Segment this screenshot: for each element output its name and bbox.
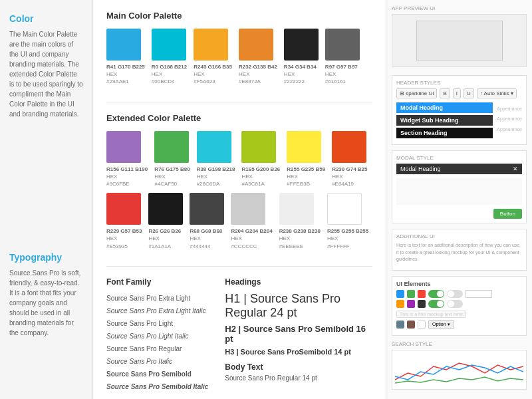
color-swatch-main-color-row-4: R34 G34 B34HEX#222222 [284,29,319,86]
headings-col: Headings H1 | Source Sans Pro Regular 24… [225,277,372,393]
headings-title: Headings [225,277,372,287]
heading-blue: Modal Heading [396,102,493,113]
hs-bold-btn[interactable]: B [440,88,450,98]
color-swatch-extended-color-row2-4: R238 G238 B238HEX#EEEEEE [279,193,321,250]
ui-color-purple [407,300,415,308]
search-style-section: Search Style [392,341,527,390]
color-box-4 [287,131,321,163]
header-styles-section: Header Styles ⊞ sparkline UI B I U ↑ Aut… [392,75,527,145]
color-label-5: R97 G97 B97HEX#616161 [325,63,358,86]
app-preview-section: App Preview UI [392,5,527,67]
color-swatch-extended-color-row1-3: R165 G200 B26HEX#A5C81A [241,131,280,188]
color-swatch-extended-color-row2-1: R26 G26 B26HEX#1A1A1A [148,193,183,250]
color-swatch-main-color-row-3: R232 G135 B42HEX#E8872A [239,29,277,86]
main-palette-section: Main Color Palette R41 G170 B225HEX#29AA… [106,11,372,86]
color-box-4 [284,29,319,61]
ui-option-button[interactable]: Option ▾ [428,320,454,329]
color-label-5: R230 G74 B25HEX#E64A19 [332,166,367,188]
font-extra-light-italic: Source Sans Pro Extra Light Italic [106,305,211,317]
color-label-0: R156 G111 B190HEX#9C6FBE [106,166,148,188]
heading-h3: H3 | Source Sans ProSemibold 14 pt [225,348,372,356]
font-semibold-italic: Source Sans Pro Semibold Italic [106,380,211,393]
main-content: Main Color Palette R41 G170 B225HEX#29AA… [93,0,386,399]
font-regular: Source Sans Pro Regular [106,342,211,355]
typo-columns: Font Family Source Sans Pro Extra Light … [106,277,372,393]
font-semibold: Source Sans Pro Semibold [106,368,211,380]
color-label-4: R238 G238 B238HEX#EEEEEE [279,227,321,250]
color-swatch-extended-color-row1-4: R255 G235 B59HEX#FFEB3B [287,131,325,188]
color-label-4: R34 G34 B34HEX#222222 [284,63,317,86]
ui-color-dark [418,300,426,308]
modal-title-label: Modal Style [396,155,522,161]
color-section-title: Color [9,13,83,24]
ui-toggle-on-2[interactable] [428,300,444,308]
extended-color-row2: R229 G57 B53HEX#E53935R26 G26 B26HEX#1A1… [106,193,372,250]
color-swatch-extended-color-row2-5: R255 G255 B255HEX#FFFFFF [327,193,368,250]
ui-toggle-on-1[interactable] [428,290,444,298]
extended-palette-title: Extended Color Palette [106,113,372,123]
color-box-1 [154,131,189,163]
color-label-5: R255 G255 B255HEX#FFFFFF [327,227,368,250]
font-family-title: Font Family [106,277,211,287]
ui-elements-title: UI Elements [396,281,522,287]
annotation-2: Appearance [497,114,522,124]
font-family-col: Font Family Source Sans Pro Extra Light … [106,277,211,393]
hs-sparkline-btn[interactable]: ⊞ sparkline UI [396,88,437,98]
modal-close-icon[interactable]: ✕ [513,166,518,172]
color-box-4 [279,193,314,225]
ui-toggle-off-1[interactable] [447,290,463,298]
ui-color-orange [396,300,404,308]
modal-header: Modal Heading ✕ [396,164,522,174]
font-regular-italic: Source Sans Pro Italic [106,355,211,368]
color-label-0: R229 G57 B53HEX#E53935 [106,227,142,250]
hs-autosinks-btn[interactable]: ↑ Auto Sinks ▾ [477,88,517,98]
ui-row-2: This is a fine mockup text here [396,300,522,318]
hs-italic-btn[interactable]: I [453,88,461,98]
heading-black: Section Heading [396,128,493,138]
ui-color-green [407,290,415,298]
color-box-2 [197,131,231,163]
color-swatch-extended-color-row1-1: R76 G175 B80HEX#4CAF50 [154,131,190,188]
modal-footer-button[interactable]: Button [493,209,522,219]
hs-underline-btn[interactable]: U [464,88,474,98]
color-label-1: R0 G188 B212HEX#00BCD4 [152,63,187,86]
heading-h1: H1 | Source Sans Pro Regular 24 pt [225,292,372,320]
additional-ui-text: Here is text for an additional descripti… [396,242,522,263]
color-box-0 [106,193,141,225]
color-swatch-main-color-row-0: R41 G170 B225HEX#29AAE1 [106,29,145,86]
ui-color-red [418,290,426,298]
heading-h2: H2 | Source Sans Pro Semibold 16 pt [225,324,372,344]
color-swatch-main-color-row-5: R97 G97 B97HEX#616161 [325,29,360,86]
hs-toolbar: ⊞ sparkline UI B I U ↑ Auto Sinks ▾ [396,88,522,98]
ui-color-grey [396,321,404,329]
color-swatch-extended-color-row1-5: R230 G74 B25HEX#E64A19 [332,131,367,188]
ui-toggle-off-2[interactable] [447,300,463,308]
additional-ui-section: Additional UI Here is text for an additi… [392,229,527,271]
color-label-2: R245 G166 B35HEX#F5A623 [194,63,232,86]
divider-1 [106,102,372,102]
ui-elements-section: UI Elements This is a fine mockup text h… [392,276,527,336]
color-box-0 [106,131,141,163]
main-color-row: R41 G170 B225HEX#29AAE1R0 G188 B212HEX#0… [106,29,372,86]
color-swatch-main-color-row-2: R245 G166 B35HEX#F5A623 [194,29,232,86]
color-label-1: R26 G26 B26HEX#1A1A1A [148,227,181,250]
app-preview-title: App Preview UI [392,5,527,11]
ui-row-3: Option ▾ [396,320,522,329]
color-swatch-extended-color-row2-2: R68 G68 B68HEX#444444 [190,193,224,250]
font-light-italic: Source Sans Pro Light Italic [106,330,211,342]
modal-section: Modal Style Modal Heading ✕ Button [392,150,527,223]
color-box-1 [152,29,186,61]
color-swatch-extended-color-row1-0: R156 G111 B190HEX#9C6FBE [106,131,148,188]
ui-search-input[interactable] [466,290,492,298]
search-style-title: Search Style [392,341,527,347]
body-text-title: Body Text [225,362,372,372]
typography-section-text: Source Sans Pro is soft, friendly, & eas… [9,268,83,338]
extended-palette-section: Extended Color Palette R156 G111 B190HEX… [106,113,372,250]
color-box-5 [325,29,360,61]
app-preview-chart [392,14,527,67]
modal-footer: Button [396,209,522,219]
ui-placeholder-text: This is a fine mockup text here [396,311,466,318]
color-swatch-main-color-row-1: R0 G188 B212HEX#00BCD4 [152,29,187,86]
color-box-0 [106,29,141,61]
color-box-5 [332,131,366,163]
